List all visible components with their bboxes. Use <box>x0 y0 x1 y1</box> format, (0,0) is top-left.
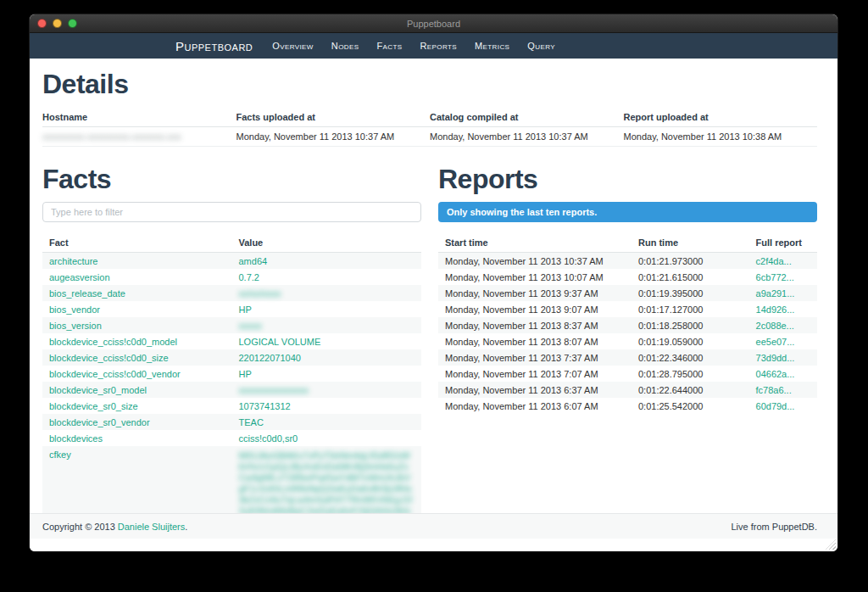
fact-value: cciss!c0d0,sr0 <box>232 430 422 446</box>
window-minimize-button[interactable] <box>53 19 62 28</box>
report-hash-link[interactable]: 14d926... <box>749 301 817 317</box>
fact-row: cfkey MIGJAoGBAKx7vPyT0eNm4qLfGdR2sWbVhc… <box>42 446 421 513</box>
report-start-time: Monday, November 11 2013 7:37 AM <box>438 349 632 366</box>
report-start-time: Monday, November 11 2013 7:07 AM <box>438 366 632 382</box>
report-start-time: Monday, November 11 2013 10:37 AM <box>438 253 632 270</box>
fact-value: 0.7.2 <box>232 269 422 285</box>
resize-grip-icon[interactable] <box>826 539 836 550</box>
details-table: Hostname Facts uploaded at Catalog compi… <box>42 107 817 147</box>
reports-col-start-time: Start time <box>438 232 632 253</box>
window-bottom-strip <box>30 539 837 551</box>
facts-filter-input[interactable] <box>42 202 421 222</box>
window-close-button[interactable] <box>37 19 47 28</box>
reports-banner: Only showing the last ten reports. <box>438 202 817 222</box>
nav-item[interactable]: Query <box>527 41 555 51</box>
report-row: Monday, November 11 2013 7:37 AM 0:01:22… <box>438 349 817 366</box>
report-run-time: 0:01:21.615000 <box>632 269 749 285</box>
reports-table: Start time Run time Full report Monday, … <box>438 232 817 414</box>
window-zoom-button[interactable] <box>68 19 77 28</box>
report-row: Monday, November 11 2013 10:07 AM 0:01:2… <box>438 269 817 285</box>
report-row: Monday, November 11 2013 9:37 AM 0:01:19… <box>438 285 817 301</box>
report-run-time: 0:01:18.258000 <box>632 317 749 333</box>
report-hash-link[interactable]: a9a291... <box>749 285 817 301</box>
report-hash-link[interactable]: 60d79d... <box>749 398 817 414</box>
fact-row: blockdevice_sr0_model xxxxxxxxxxxxxxx <box>42 382 421 398</box>
report-start-time: Monday, November 11 2013 9:37 AM <box>438 285 632 301</box>
copyright-period: . <box>185 522 187 532</box>
fact-value: amd64 <box>232 253 422 270</box>
fact-name-link[interactable]: bios_release_date <box>42 285 232 301</box>
facts-table: Fact Value architecture amd64 au <box>42 232 421 513</box>
details-col-report-uploaded: Report uploaded at <box>624 107 818 127</box>
report-hash-link[interactable]: fc78a6... <box>749 382 817 398</box>
fact-value: xxxxx <box>232 317 422 333</box>
nav-items: Overview Nodes Facts Reports Metrics Que… <box>272 41 555 51</box>
details-col-facts-uploaded: Facts uploaded at <box>236 107 431 127</box>
fact-name-link[interactable]: blockdevice_sr0_size <box>42 398 232 414</box>
fact-name-link[interactable]: blockdevice_cciss!c0d0_vendor <box>42 366 232 382</box>
report-start-time: Monday, November 11 2013 6:07 AM <box>438 398 632 414</box>
report-hash-link[interactable]: 2c088e... <box>749 317 817 333</box>
fact-row: blockdevice_cciss!c0d0_size 220122071040 <box>42 349 421 366</box>
fact-row: bios_version xxxxx <box>42 317 421 333</box>
report-hash-link[interactable]: ee5e07... <box>749 333 817 349</box>
fact-name-link[interactable]: bios_version <box>42 317 232 333</box>
report-run-time: 0:01:25.542000 <box>632 398 749 414</box>
report-hash-link[interactable]: 04662a... <box>749 366 817 382</box>
facts-section: Facts Fact Value architecture amd64 <box>42 155 421 513</box>
fact-name-link[interactable]: architecture <box>42 253 232 270</box>
fact-value: 1073741312 <box>232 398 422 414</box>
window-titlebar[interactable]: Puppetboard <box>30 14 837 33</box>
report-row: Monday, November 11 2013 6:37 AM 0:01:22… <box>438 382 817 398</box>
fact-row: blockdevice_sr0_size 1073741312 <box>42 398 421 414</box>
fact-name-link[interactable]: blockdevice_sr0_model <box>42 382 232 398</box>
nav-item[interactable]: Metrics <box>475 41 509 51</box>
reports-section: Reports Only showing the last ten report… <box>438 155 817 513</box>
copyright-text: Copyright © 2013 <box>42 522 115 532</box>
report-row: Monday, November 11 2013 10:37 AM 0:01:2… <box>438 253 817 270</box>
fact-value: xx/xx/xxxx <box>232 285 422 301</box>
page-content: Details Hostname Facts uploaded at Catal… <box>30 59 837 513</box>
nav-item[interactable]: Nodes <box>331 41 359 51</box>
author-link[interactable]: Daniele Sluijters <box>118 522 185 532</box>
report-run-time: 0:01:19.395000 <box>632 285 749 301</box>
report-run-time: 0:01:28.795000 <box>632 366 749 382</box>
footer-status: Live from PuppetDB. <box>732 522 818 532</box>
report-run-time: 0:01:19.059000 <box>632 333 749 349</box>
nav-item[interactable]: Facts <box>376 41 402 51</box>
report-hash-link[interactable]: 73d9dd... <box>749 349 817 366</box>
fact-name-link[interactable]: cfkey <box>42 446 232 513</box>
report-hash-link[interactable]: 6cb772... <box>749 269 817 285</box>
report-start-time: Monday, November 11 2013 6:37 AM <box>438 382 632 398</box>
nav-item[interactable]: Reports <box>420 41 458 51</box>
fact-row: architecture amd64 <box>42 253 421 270</box>
fact-name-link[interactable]: augeasversion <box>42 269 232 285</box>
report-row: Monday, November 11 2013 8:37 AM 0:01:18… <box>438 317 817 333</box>
report-start-time: Monday, November 11 2013 8:07 AM <box>438 333 632 349</box>
fact-value: xxxxxxxxxxxxxxx <box>232 382 422 398</box>
brand-link[interactable]: Puppetboard <box>175 39 253 53</box>
report-row: Monday, November 11 2013 8:07 AM 0:01:19… <box>438 333 817 349</box>
details-row: xxxxxxxxx-xxxxxxxxx.xxxxxxx.xxx Monday, … <box>42 127 817 147</box>
fact-value: TEAC <box>232 414 422 430</box>
reports-title: Reports <box>438 164 817 195</box>
nav-item[interactable]: Overview <box>272 41 314 51</box>
report-start-time: Monday, November 11 2013 8:37 AM <box>438 317 632 333</box>
fact-value: HP <box>232 366 422 382</box>
navbar: Puppetboard Overview Nodes Facts Reports… <box>30 33 837 59</box>
window-title: Puppetboard <box>30 19 837 29</box>
fact-name-link[interactable]: bios_vendor <box>42 301 232 317</box>
report-hash-link[interactable]: c2f4da... <box>749 253 817 270</box>
fact-name-link[interactable]: blockdevice_cciss!c0d0_size <box>42 349 232 366</box>
report-uploaded-value: Monday, November 11 2013 10:38 AM <box>624 127 818 147</box>
facts-title: Facts <box>42 164 421 195</box>
reports-col-full-report: Full report <box>749 232 817 253</box>
traffic-lights <box>37 19 77 28</box>
hostname-link[interactable]: xxxxxxxxx-xxxxxxxxx.xxxxxxx.xxx <box>42 131 181 142</box>
browser-window: Puppetboard Puppetboard Overview Nodes F… <box>30 14 837 551</box>
fact-value: MIGJAoGBAKx7vPyT0eNm4qLfGdR2sWbVhcU1pQzJ… <box>232 446 422 513</box>
fact-row: blockdevices cciss!c0d0,sr0 <box>42 430 421 446</box>
fact-name-link[interactable]: blockdevice_sr0_vendor <box>42 414 232 430</box>
fact-name-link[interactable]: blockdevices <box>42 430 232 446</box>
fact-name-link[interactable]: blockdevice_cciss!c0d0_model <box>42 333 232 349</box>
